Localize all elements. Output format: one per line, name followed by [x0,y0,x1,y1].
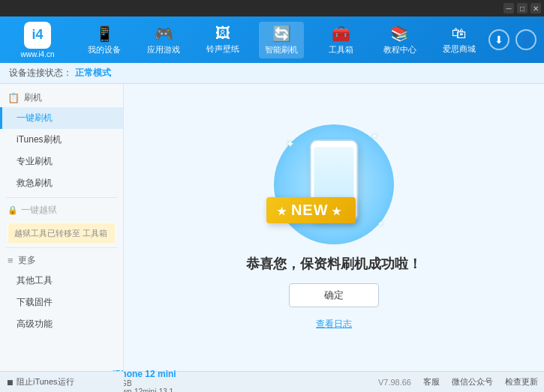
nav-right: ⬇ 👤 [488,29,536,50]
version-text: V7.98.66 [378,378,411,387]
minimize-button[interactable]: ─ [503,3,514,13]
nav-item-store[interactable]: 🛍 爱思商城 [437,22,482,58]
jailbreak-notice: 越狱工具已转移至 工具箱 [8,223,116,244]
title-bar: ─ □ ✕ [0,0,544,16]
sidebar-item-one-key-flash[interactable]: 一键刷机 [0,107,123,129]
nav-item-wallpaper[interactable]: 🖼 铃声壁纸 [200,22,245,58]
nav-item-toolbox[interactable]: 🧰 工具箱 [318,22,363,58]
tutorials-icon: 📚 [390,25,409,43]
restore-button[interactable]: □ [517,3,527,13]
nav-item-apps[interactable]: 🎮 应用游戏 [141,22,186,58]
nav-item-smart-flash[interactable]: 🔄 智能刷机 [259,22,304,58]
stop-itunes-label: 阻止iTunes运行 [17,376,74,388]
customer-service-link[interactable]: 客服 [423,376,440,388]
sidebar-group-flash: 📋 刷机 [0,88,123,107]
apps-icon: 🎮 [155,25,173,43]
nav-logo: i4 www.i4.cn [8,22,68,58]
logo-icon: i4 [24,22,51,49]
download-button[interactable]: ⬇ [488,29,509,50]
nav-bar: i4 www.i4.cn 📱 我的设备 🎮 应用游戏 🖼 铃声壁纸 🔄 智能刷机… [0,16,544,63]
flash-group-label: 刷机 [24,91,42,104]
status-value: 正常模式 [75,67,111,79]
sidebar-group-more: ≡ 更多 [0,251,123,270]
user-button[interactable]: 👤 [515,29,536,50]
nav-item-tutorials[interactable]: 📚 教程中心 [377,22,422,58]
confirm-button[interactable]: 确定 [289,283,379,307]
jailbreak-group-label: 一键越狱 [21,204,57,217]
success-title: 恭喜您，保资料刷机成功啦！ [246,255,422,273]
store-icon: 🛍 [452,25,467,42]
toolbox-label: 工具箱 [329,44,353,55]
stop-itunes-button[interactable]: ⏹ 阻止iTunes运行 [6,376,74,388]
stop-icon: ⏹ [6,378,14,387]
sidebar-item-other-tools[interactable]: 其他工具 [0,270,123,292]
window-controls: ─ □ ✕ [503,3,541,13]
stop-itunes-bar: ⏹ 阻止iTunes运行 [0,371,124,392]
sparkle-icon-2: ✦ [371,132,377,140]
sidebar-item-itunes-flash[interactable]: iTunes刷机 [0,129,123,151]
more-group-label: 更多 [18,254,36,267]
main-layout: 📋 刷机 一键刷机 iTunes刷机 专业刷机 救急刷机 🔒 一键越狱 越狱工具… [0,84,544,371]
sidebar-item-download-firmware[interactable]: 下载固件 [0,292,123,313]
success-panel: ✦ ✦ ✦ NEW 恭喜您，保资料刷机成功啦！ 确定 查看日志 [246,124,422,331]
status-label: 设备连接状态： [9,67,72,79]
logo-sub-text: www.i4.cn [20,50,54,58]
sparkle-icon-3: ✦ [377,220,383,228]
wallpaper-icon: 🖼 [215,25,230,42]
check-update-link[interactable]: 检查更新 [505,376,538,388]
new-badge: NEW [266,197,356,223]
revisit-log-link[interactable]: 查看日志 [316,318,352,331]
sidebar-divider-1 [6,197,117,198]
sidebar-item-advanced[interactable]: 高级功能 [0,313,123,335]
my-device-label: 我的设备 [88,44,121,55]
close-button[interactable]: ✕ [530,3,541,13]
sidebar-item-save-flash[interactable]: 救急刷机 [0,172,123,194]
wechat-public-link[interactable]: 微信公众号 [452,376,493,388]
wallpaper-label: 铃声壁纸 [206,43,239,55]
sidebar-divider-2 [6,247,117,248]
sidebar: 📋 刷机 一键刷机 iTunes刷机 专业刷机 救急刷机 🔒 一键越狱 越狱工具… [0,84,124,371]
smart-flash-icon: 🔄 [272,25,291,43]
nav-item-my-device[interactable]: 📱 我的设备 [82,22,127,58]
smart-flash-label: 智能刷机 [265,44,298,55]
my-device-icon: 📱 [95,25,114,43]
bottom-right: V7.98.66 客服 微信公众号 检查更新 [378,376,538,388]
lock-icon: 🔒 [8,205,18,215]
toolbox-icon: 🧰 [332,25,350,43]
sidebar-jailbreak-group: 🔒 一键越狱 [0,201,123,220]
flash-group-icon: 📋 [8,92,20,103]
phone-illustration: ✦ ✦ ✦ NEW [274,124,394,244]
sidebar-item-pro-flash[interactable]: 专业刷机 [0,151,123,172]
status-bar: 设备连接状态： 正常模式 [0,63,544,84]
content-area: ✦ ✦ ✦ NEW 恭喜您，保资料刷机成功啦！ 确定 查看日志 [124,84,544,371]
more-group-icon: ≡ [8,255,14,266]
apps-label: 应用游戏 [147,44,180,55]
store-label: 爱思商城 [443,43,476,55]
tutorials-label: 教程中心 [383,44,416,55]
sparkle-icon-1: ✦ [286,138,295,150]
nav-items: 📱 我的设备 🎮 应用游戏 🖼 铃声壁纸 🔄 智能刷机 🧰 工具箱 📚 教程中心… [75,22,488,58]
